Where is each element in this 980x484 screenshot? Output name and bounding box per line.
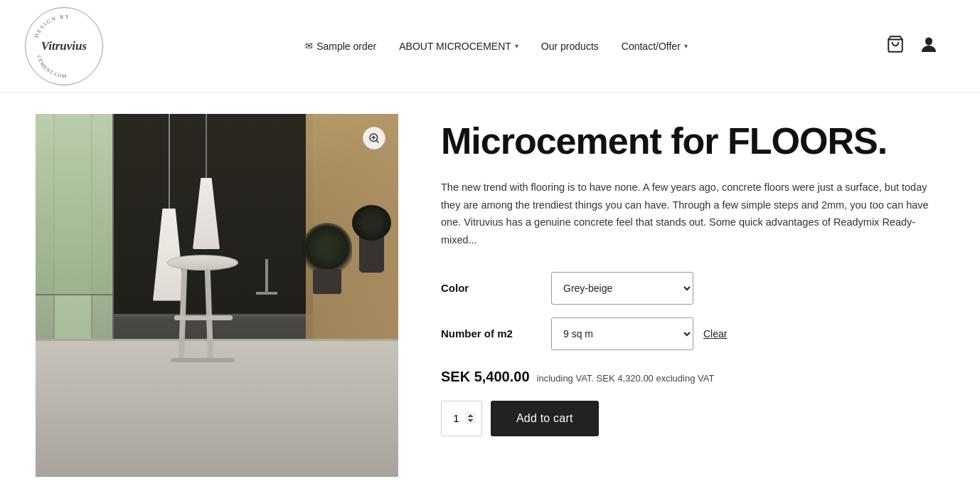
nav-about-microcement-label: ABOUT MICROCEMENT (399, 41, 511, 52)
email-icon: ✉ (305, 41, 313, 51)
svg-point-3 (925, 37, 932, 45)
quantity-input[interactable] (447, 412, 476, 424)
m2-label: Number of m2 (441, 327, 551, 340)
product-image-container (36, 114, 398, 477)
cart-icon[interactable] (886, 35, 905, 58)
nav-contact-offer-label: Contact/Offer (622, 41, 681, 52)
zoom-icon[interactable] (363, 127, 385, 149)
cart-row: Add to cart (441, 401, 937, 436)
price-main: SEK 5,400.00 (441, 369, 530, 385)
logo-brand-name: Vitruvius (41, 39, 87, 53)
quantity-stepper[interactable] (441, 401, 482, 436)
svg-line-5 (376, 140, 378, 142)
svg-text:CEMENT.COM: CEMENT.COM (36, 55, 67, 79)
clear-link[interactable]: Clear (703, 328, 727, 340)
nav-our-products[interactable]: Our products (541, 41, 599, 52)
m2-select[interactable]: 9 sq m (551, 317, 693, 350)
main-nav: ✉ Sample order ABOUT MICROCEMENT ▾ Our p… (305, 41, 688, 52)
header-icons (886, 35, 937, 58)
color-label: Color (441, 282, 551, 294)
scene-pendant-2 (192, 114, 220, 249)
chevron-down-icon: ▾ (515, 42, 518, 50)
color-select[interactable]: Grey-beige (551, 272, 693, 305)
logo[interactable]: DESIGN BY CEMENT.COM Vitruvius (21, 7, 107, 85)
nav-sample-order[interactable]: ✉ Sample order (305, 41, 376, 52)
site-header: DESIGN BY CEMENT.COM Vitruvius ✉ Sample … (0, 0, 980, 93)
nav-sample-order-label: Sample order (316, 41, 376, 52)
price-excl-vat-text: SEK 4,320.00 excluding VAT (597, 373, 715, 384)
nav-about-microcement[interactable]: ABOUT MICROCEMENT ▾ (399, 41, 518, 52)
m2-option-row: Number of m2 9 sq m Clear (441, 317, 937, 350)
product-title: Microcement for FLOORS. (441, 121, 937, 162)
chevron-down-icon-2: ▾ (684, 42, 688, 50)
scene-stool (160, 255, 245, 397)
price-row: SEK 5,400.00 including VAT. SEK 4,320.00… (441, 369, 937, 385)
nav-our-products-label: Our products (541, 41, 599, 52)
user-icon[interactable] (920, 35, 937, 58)
add-to-cart-button[interactable]: Add to cart (491, 401, 599, 436)
product-description: The new trend with flooring is to have n… (441, 179, 937, 249)
product-image-bg (36, 114, 398, 477)
product-details: Microcement for FLOORS. The new trend wi… (441, 114, 937, 436)
price-incl-vat-text: including VAT. (537, 373, 594, 384)
scene-plant (299, 223, 356, 294)
scene-tap (256, 259, 277, 302)
scene-vase-2 (352, 216, 391, 273)
svg-text:DESIGN BY: DESIGN BY (33, 13, 70, 38)
logo-circle: DESIGN BY CEMENT.COM Vitruvius (25, 7, 103, 85)
main-content: Microcement for FLOORS. The new trend wi… (0, 93, 980, 484)
nav-contact-offer[interactable]: Contact/Offer ▾ (622, 41, 688, 52)
color-option-row: Color Grey-beige (441, 272, 937, 305)
price-incl-vat: including VAT. SEK 4,320.00 excluding VA… (537, 373, 715, 384)
